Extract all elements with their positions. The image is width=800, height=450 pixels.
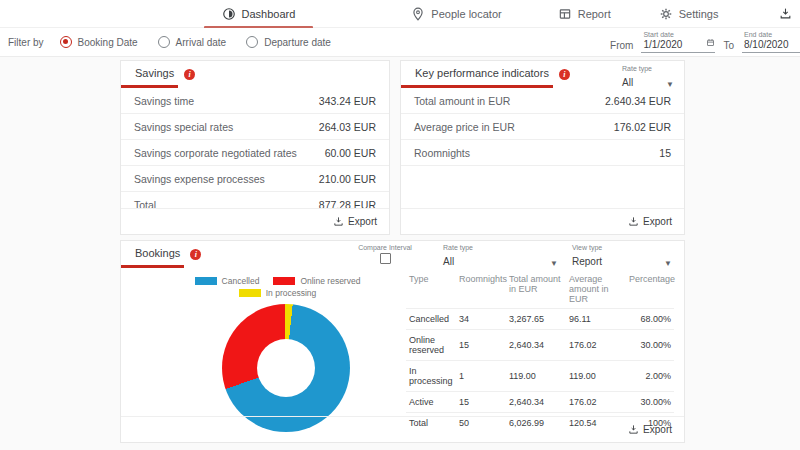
gear-icon	[659, 7, 673, 21]
cell: 1	[456, 361, 506, 392]
end-date-label: End date	[744, 31, 798, 38]
chevron-down-icon: ▼	[664, 259, 672, 268]
compare-interval-checkbox[interactable]	[380, 253, 391, 264]
legend-item-cancelled: Cancelled	[195, 276, 260, 286]
info-icon[interactable]: i	[184, 69, 195, 80]
kpi-rate-type-dropdown[interactable]: Rate type All ▼	[622, 65, 674, 90]
radio-icon	[158, 36, 170, 48]
savings-row: Savings corporate negotiated rates 60.00…	[121, 140, 389, 166]
cell: Active	[406, 392, 456, 413]
rate-type-value: All	[622, 77, 649, 88]
bookings-export-row: Export	[121, 416, 684, 442]
radio-departure-date[interactable]: Departure date	[246, 36, 331, 48]
info-icon[interactable]: i	[559, 69, 570, 80]
table-row: Cancelled 34 3,267.65 96.11 68.00%	[406, 309, 674, 330]
bookings-table: Type Roomnights Total amount in EUR Aver…	[406, 270, 674, 433]
filter-by-label: Filter by	[8, 37, 44, 48]
dashboard-icon	[222, 7, 236, 21]
start-date-field: Start date	[641, 31, 715, 53]
row-value: 60.00 EUR	[325, 147, 376, 159]
to-label: To	[723, 40, 734, 51]
row-value: 210.00 EUR	[319, 173, 376, 185]
table-header-row: Type Roomnights Total amount in EUR Aver…	[406, 270, 674, 309]
legend-swatch	[239, 289, 261, 297]
tab-label: People locator	[431, 8, 501, 20]
row-value: 176.02 EUR	[614, 121, 671, 133]
radio-label: Arrival date	[176, 37, 227, 48]
legend-swatch	[195, 277, 217, 285]
calendar-icon[interactable]	[706, 38, 715, 49]
nav-group: Dashboard People locator Report Settings	[220, 0, 721, 28]
row-label: Savings corporate negotiated rates	[134, 147, 297, 159]
table-row: Active 15 2,640.34 176.02 30.00%	[406, 392, 674, 413]
bookings-header: Bookings i Compare Interval Rate type Al…	[121, 241, 684, 268]
kpi-row: Total amount in EUR 2.640.34 EUR	[401, 88, 684, 114]
tab-report[interactable]: Report	[556, 0, 613, 28]
report-table-icon	[558, 7, 572, 21]
cell: 176.02	[566, 392, 626, 413]
cell: 96.11	[566, 309, 626, 330]
legend-item-online-reserved: Online reserved	[273, 276, 360, 286]
cell: 15	[456, 392, 506, 413]
legend-swatch	[273, 277, 295, 285]
radio-label: Departure date	[264, 37, 331, 48]
bookings-rate-type-dropdown[interactable]: Rate type All ▼	[443, 244, 558, 269]
tab-settings[interactable]: Settings	[657, 0, 721, 28]
tab-label: Dashboard	[242, 8, 296, 20]
kpi-panel: Key performance indicators i Rate type A…	[400, 60, 685, 235]
col-header: Roomnights	[456, 270, 506, 309]
table-row: Online reserved 15 2,640.34 176.02 30.00…	[406, 330, 674, 361]
start-date-input[interactable]	[643, 39, 701, 50]
col-header: Total amount in EUR	[506, 270, 566, 309]
date-range: From Start date To End date	[602, 28, 800, 57]
kpi-row: Average price in EUR 176.02 EUR	[401, 114, 684, 140]
compare-interval-control: Compare Interval	[345, 244, 425, 264]
dashboard-page: Dashboard People locator Report Settings	[0, 0, 800, 450]
cell: 15	[456, 330, 506, 361]
row-value: 2.640.34 EUR	[605, 95, 671, 107]
end-date-field: End date	[742, 31, 800, 53]
top-nav: Dashboard People locator Report Settings	[0, 0, 800, 28]
row-value: 343.24 EUR	[319, 95, 376, 107]
chevron-down-icon: ▼	[550, 259, 558, 268]
export-button[interactable]: Export	[333, 216, 377, 227]
radio-booking-date[interactable]: Booking Date	[60, 36, 138, 48]
row-label: Total amount in EUR	[414, 95, 510, 107]
export-button[interactable]: Export	[628, 216, 672, 227]
rate-type-label: Rate type	[622, 65, 674, 72]
cell: 30.00%	[626, 392, 674, 413]
download-icon[interactable]	[779, 6, 792, 24]
row-label: Savings special rates	[134, 121, 233, 133]
row-label: Savings time	[134, 95, 194, 107]
row-value: 15	[659, 147, 671, 159]
kpi-export-row: Export	[401, 208, 684, 234]
savings-title: Savings	[135, 67, 174, 79]
bookings-title: Bookings	[135, 247, 180, 259]
cell: 2,640.34	[506, 330, 566, 361]
view-type-value: Report	[572, 256, 618, 267]
row-label: Savings expense processes	[134, 173, 265, 185]
tab-people-locator[interactable]: People locator	[409, 0, 503, 28]
filter-bar: Filter by Booking Date Arrival date Depa…	[0, 28, 800, 57]
row-value: 264.03 EUR	[319, 121, 376, 133]
savings-export-row: Export	[121, 208, 389, 234]
donut-chart	[222, 304, 350, 432]
cell: 3,267.65	[506, 309, 566, 330]
end-date-input[interactable]	[744, 39, 800, 50]
row-label: Roomnights	[414, 147, 470, 159]
row-label: Average price in EUR	[414, 121, 515, 133]
tab-dashboard[interactable]: Dashboard	[220, 0, 298, 28]
savings-header: Savings i	[121, 61, 389, 88]
cell: 34	[456, 309, 506, 330]
table-row: In processing 1 119.00 119.00 2.00%	[406, 361, 674, 392]
bookings-controls: Compare Interval Rate type All ▼ View ty…	[345, 244, 672, 269]
cell: In processing	[406, 361, 456, 392]
savings-row: Savings expense processes 210.00 EUR	[121, 166, 389, 192]
export-button[interactable]: Export	[628, 424, 672, 435]
cell: Cancelled	[406, 309, 456, 330]
legend-item-in-processing: In processing	[239, 288, 317, 298]
info-icon[interactable]: i	[190, 249, 201, 260]
radio-arrival-date[interactable]: Arrival date	[158, 36, 227, 48]
bookings-view-type-dropdown[interactable]: View type Report ▼	[572, 244, 672, 269]
cell: 119.00	[506, 361, 566, 392]
